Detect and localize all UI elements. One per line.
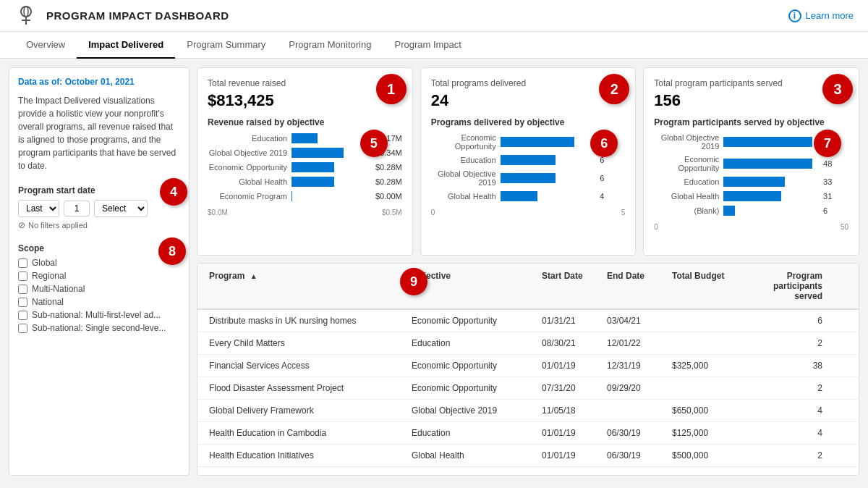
cell-end: 06/30/19 (603, 426, 668, 440)
cell-objective: Global Health (407, 448, 537, 463)
cell-program: Flood Disaster Assessment Project (205, 381, 407, 395)
table-header: Program ▲ Objective Start Date End Date … (197, 264, 859, 310)
callout-badge-7: 7 (814, 130, 841, 157)
cell-program: Financial Services Access (205, 358, 407, 373)
bar-row: Economic Opportunity $0.28M (208, 162, 402, 172)
cell-program: Global Delivery Framework (205, 403, 407, 418)
description-text: The Impact Delivered visualizations prov… (18, 94, 180, 172)
callout-badge-1: 1 (376, 74, 407, 104)
scope-label-subnational2: Sub-national: Single second-leve... (32, 323, 166, 333)
card2-chart: 6 Economic Opportunity 8 Education 6 Glo… (431, 133, 626, 216)
cell-end: 12/31/19 (603, 358, 668, 373)
cell-start: 01/31/21 (537, 314, 603, 328)
cell-budget: $325,000 (668, 358, 740, 373)
cell-program: Health Education in Cambodia (205, 426, 407, 440)
cell-budget: $650,000 (668, 403, 740, 418)
table-row: Flood Disaster Assessment Project Econom… (197, 377, 859, 400)
card-participants: 3 Total program participants served 156 … (643, 67, 859, 256)
cell-objective: Economic Opportunity (407, 358, 537, 373)
tab-program-impact[interactable]: Program Impact (383, 32, 472, 59)
callout-badge-6: 6 (590, 130, 618, 157)
cell-end: 06/30/19 (603, 448, 668, 463)
data-date-value: October 01, 2021 (65, 77, 135, 87)
card2-chart-title: Programs delivered by objective (431, 117, 626, 127)
header: PROGRAM IMPACT DASHBOARD i Learn more (0, 0, 868, 32)
card3-chart: 7 Global Objective 2019 48 Economic Oppo… (654, 133, 848, 231)
cell-budget (668, 381, 740, 395)
bar-row: Global Health $0.28M (208, 177, 402, 187)
cell-program: Health Education Initiatives (205, 448, 407, 463)
cell-participants: 2 (740, 336, 827, 350)
scope-checkbox-global[interactable] (18, 258, 27, 268)
bar-row: Global Health 31 (654, 191, 848, 201)
main-content: Data as of: October 01, 2021 The Impact … (0, 59, 868, 484)
bar-row: Global Objective 2019 6 (431, 169, 626, 187)
logo-icon (14, 4, 38, 28)
cell-participants: 2 (740, 448, 827, 463)
card1-title: Total revenue raised (208, 78, 402, 88)
right-area: 1 Total revenue raised $813,425 Revenue … (197, 67, 859, 476)
callout-badge-4: 4 (160, 178, 187, 206)
data-date: Data as of: October 01, 2021 (18, 77, 180, 87)
col-budget[interactable]: Total Budget (668, 268, 740, 304)
card-programs: 2 Total programs delivered 24 Programs d… (420, 67, 637, 256)
bar-row: Global Health 4 (431, 191, 626, 201)
nav-tabs: Overview Impact Delivered Program Summar… (0, 32, 868, 59)
filter-section: 4 Program start date Last Select Days Mo… (18, 185, 180, 230)
callout-badge-9: 9 (400, 268, 427, 295)
card1-chart-title: Revenue raised by objective (208, 117, 402, 127)
learn-more-label: Learn more (806, 10, 854, 21)
table-row: Global Delivery Framework Global Objecti… (197, 400, 859, 422)
filter-row: Last Select Days Months Years (18, 200, 180, 217)
scope-label-multinational: Multi-National (32, 284, 85, 294)
col-participants[interactable]: Programparticipants served (740, 268, 827, 304)
col-start-date[interactable]: Start Date (537, 268, 603, 304)
table-row: Every Child Matters Education 08/30/21 1… (197, 332, 859, 355)
scope-item-regional: Regional (18, 271, 180, 281)
scope-label-subnational1: Sub-national: Multi-first-level ad... (32, 310, 161, 320)
table-row: Financial Services Access Economic Oppor… (197, 355, 859, 377)
scope-item-subnational2: Sub-national: Single second-leve... (18, 323, 180, 333)
learn-more-link[interactable]: i Learn more (788, 9, 854, 22)
card1-value: $813,425 (208, 91, 402, 110)
cell-start: 11/05/18 (537, 403, 603, 418)
scope-checkbox-national[interactable] (18, 298, 27, 307)
scope-checkbox-subnational1[interactable] (18, 311, 27, 320)
data-date-label: Data as of: (18, 77, 62, 87)
version-label: Version 1.0 (0, 484, 868, 488)
tab-program-monitoring[interactable]: Program Monitoring (277, 32, 383, 59)
scope-label-global: Global (32, 258, 57, 268)
left-panel: Data as of: October 01, 2021 The Impact … (9, 67, 190, 476)
cell-participants: 6 (740, 314, 827, 328)
scope-checkbox-regional[interactable] (18, 272, 27, 281)
scope-item-subnational1: Sub-national: Multi-first-level ad... (18, 310, 180, 320)
bar-row: Education 33 (654, 177, 848, 187)
card3-chart-title: Program participants served by objective (654, 117, 848, 127)
cards-row: 1 Total revenue raised $813,425 Revenue … (197, 67, 859, 256)
filter-last-select[interactable]: Last (18, 200, 59, 217)
cell-objective: Education (407, 426, 537, 440)
table-body: Distribute masks in UK nursing homes Eco… (197, 310, 859, 475)
table-card: 9 Program ▲ Objective Start Date End Dat… (197, 263, 859, 476)
bar-row: Economic Opportunity 48 (654, 155, 848, 172)
callout-badge-3: 3 (822, 74, 853, 104)
col-end-date[interactable]: End Date (603, 268, 668, 304)
tab-overview[interactable]: Overview (14, 32, 77, 59)
scope-item-national: National (18, 297, 180, 307)
col-program[interactable]: Program ▲ (205, 268, 407, 304)
scope-checkbox-multinational[interactable] (18, 285, 27, 294)
header-left: PROGRAM IMPACT DASHBOARD (14, 4, 229, 28)
cell-participants: 4 (740, 426, 827, 440)
table-row: Health Education Initiatives Global Heal… (197, 445, 859, 467)
filter-number-input[interactable] (64, 201, 90, 216)
header-title: PROGRAM IMPACT DASHBOARD (46, 9, 229, 22)
tab-impact-delivered[interactable]: Impact Delivered (77, 32, 175, 59)
cell-end: 03/04/21 (603, 314, 668, 328)
bar-row: Education 6 (431, 155, 626, 165)
tab-program-summary[interactable]: Program Summary (175, 32, 277, 59)
filter-label: Program start date (18, 185, 180, 195)
cell-start: 07/31/20 (537, 381, 603, 395)
filter-period-select[interactable]: Select Days Months Years (94, 200, 148, 217)
bar-row: (Blank) 6 (654, 206, 848, 216)
scope-checkbox-subnational2[interactable] (18, 324, 27, 333)
